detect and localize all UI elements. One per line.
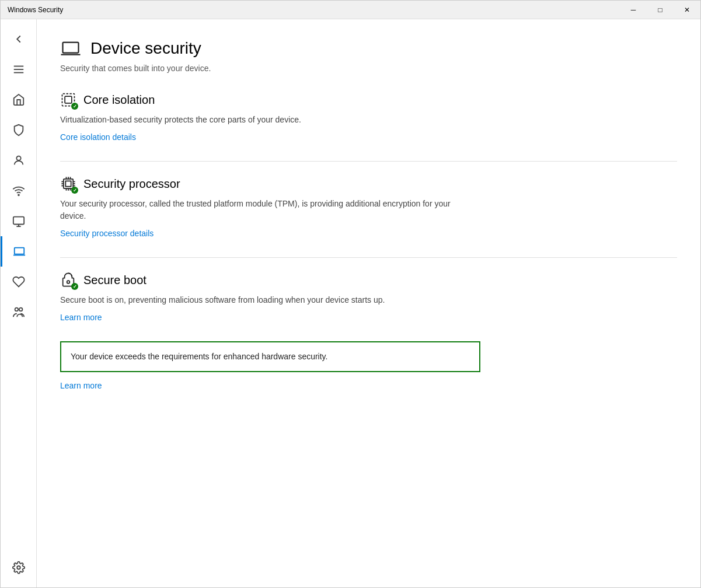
section-core-isolation: Core isolation Virtualization-based secu… [60,92,677,142]
home-icon [12,93,25,106]
sidebar-item-menu[interactable] [1,54,37,85]
info-box: Your device exceeds the requirements for… [60,341,480,372]
page-header: Device security [60,38,677,59]
main-content: Device security Security that comes buil… [37,19,700,587]
svg-point-10 [15,308,18,312]
divider-1 [60,161,677,162]
secure-boot-icon-wrapper [60,272,76,288]
svg-rect-18 [65,181,71,186]
security-processor-badge [71,187,78,194]
close-button[interactable]: ✕ [674,1,700,19]
sidebar-item-device[interactable] [1,236,37,267]
maximize-button[interactable]: □ [647,1,674,19]
minimize-button[interactable]: ─ [620,1,647,19]
page-title: Device security [90,39,201,58]
titlebar: Windows Security ─ □ ✕ [1,1,700,19]
sidebar-item-settings[interactable] [1,552,37,583]
security-processor-details-link[interactable]: Security processor details [60,229,154,238]
health-icon [12,275,25,288]
section-core-isolation-title: Core isolation [83,93,155,107]
security-processor-icon-wrapper [60,176,76,192]
sidebar-item-account[interactable] [1,145,37,176]
svg-point-12 [17,566,20,569]
sidebar-item-back[interactable] [1,24,37,54]
family-icon [12,306,25,318]
section-secure-boot-desc: Secure boot is on, preventing malicious … [60,294,469,306]
svg-point-11 [19,308,22,312]
core-isolation-details-link[interactable]: Core isolation details [60,132,136,142]
account-icon [12,154,25,167]
app-body: Device security Security that comes buil… [1,19,700,587]
app-icon [12,215,25,228]
back-icon [12,33,25,46]
info-box-text: Your device exceeds the requirements for… [71,351,470,363]
svg-rect-8 [15,248,25,254]
svg-point-4 [18,194,19,195]
sidebar-item-shield[interactable] [1,115,37,145]
sidebar-item-app[interactable] [1,206,37,236]
sidebar [1,19,37,587]
secure-boot-learn-more-link[interactable]: Learn more [60,313,102,322]
sidebar-item-health[interactable] [1,267,37,297]
page-header-icon [60,38,81,59]
core-isolation-badge [71,103,78,110]
svg-rect-5 [13,217,23,225]
sidebar-item-family[interactable] [1,297,37,327]
page-subtitle: Security that comes built into your devi… [60,64,677,73]
section-core-isolation-desc: Virtualization-based security protects t… [60,114,469,126]
svg-point-31 [67,281,70,284]
section-security-processor: Security processor Your security process… [60,176,677,239]
settings-icon [12,561,25,574]
section-core-isolation-header: Core isolation [60,92,677,108]
svg-rect-13 [63,43,79,53]
device-icon [13,245,26,258]
sidebar-item-home[interactable] [1,85,37,115]
secure-boot-badge [71,283,78,290]
section-secure-boot-header: Secure boot [60,272,677,288]
section-security-processor-desc: Your security processor, called the trus… [60,198,469,222]
window: Windows Security ─ □ ✕ [0,0,701,588]
section-security-processor-title: Security processor [83,177,180,191]
network-icon [12,184,25,197]
core-isolation-icon-wrapper [60,92,76,108]
window-title: Windows Security [8,6,63,14]
svg-rect-17 [64,179,73,188]
section-secure-boot-title: Secure boot [83,274,147,287]
section-security-processor-header: Security processor [60,176,677,192]
divider-2 [60,257,677,258]
info-box-learn-more-link[interactable]: Learn more [60,381,102,390]
sidebar-item-network[interactable] [1,176,37,206]
menu-icon [12,63,25,76]
svg-rect-16 [65,96,72,103]
section-secure-boot: Secure boot Secure boot is on, preventin… [60,272,677,323]
shield-icon [12,124,25,136]
svg-point-3 [16,156,20,160]
titlebar-controls: ─ □ ✕ [620,1,700,19]
